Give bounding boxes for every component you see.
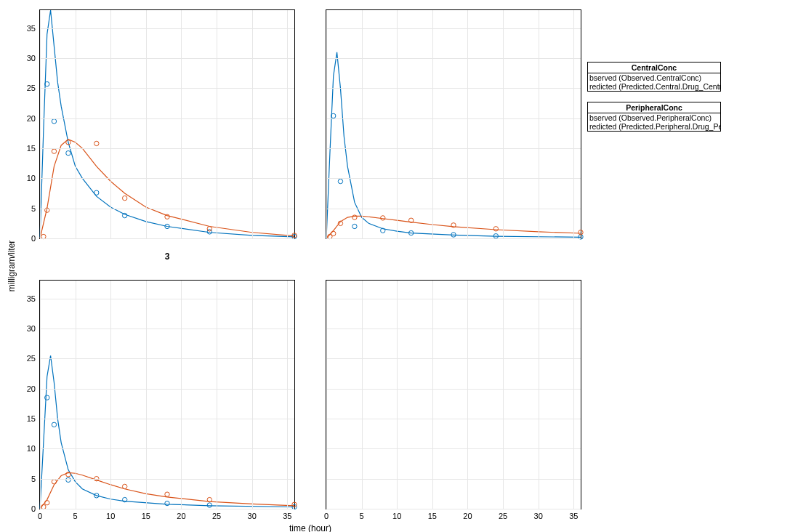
ytick-label: 20 — [27, 114, 36, 123]
gridline-h — [326, 419, 581, 419]
gridline-h — [40, 479, 294, 480]
gridline-h — [326, 118, 581, 119]
gridline-v — [146, 281, 147, 509]
gridline-v — [467, 281, 468, 509]
figure: 3 05101520253035 05101520253035051015202… — [0, 0, 798, 532]
ytick-label: 15 — [27, 144, 36, 153]
gridline-v — [217, 281, 217, 509]
ytick-label: 15 — [27, 414, 36, 423]
subplot-1: 3 05101520253035 — [39, 9, 295, 239]
xtick-label: 5 — [73, 512, 78, 520]
ytick-label: 0 — [31, 504, 36, 513]
xtick-label: 25 — [212, 512, 221, 520]
gridline-v — [503, 10, 504, 238]
gridline-h — [40, 209, 294, 209]
gridline-v — [397, 281, 398, 509]
gridline-h — [326, 58, 581, 59]
gridline-v — [110, 281, 111, 509]
ytick-label: 25 — [27, 354, 36, 363]
gridline-h — [40, 118, 294, 119]
observed-marker — [122, 196, 126, 200]
xtick-label: 10 — [106, 512, 115, 520]
gridline-v — [503, 281, 504, 509]
legend-peripheral: PeripheralConc bserved (Observed.Periphe… — [587, 102, 721, 132]
gridline-v — [539, 10, 539, 238]
predicted-line — [40, 140, 294, 238]
subplot-1-series — [40, 10, 294, 238]
xtick-label: 15 — [428, 512, 437, 520]
observed-marker — [579, 230, 583, 235]
gridline-v — [40, 10, 41, 238]
gridline-h — [326, 479, 581, 480]
xtick-label: 5 — [360, 512, 364, 520]
gridline-h — [326, 509, 581, 509]
xtick-label: 35 — [569, 512, 578, 520]
subplot-3-series — [40, 281, 294, 509]
xtick-label: 25 — [499, 512, 507, 520]
observed-marker — [165, 501, 169, 505]
gridline-h — [40, 58, 294, 59]
xtick-label: 35 — [283, 512, 291, 520]
observed-marker — [352, 224, 357, 228]
observed-marker — [207, 227, 211, 231]
gridline-v — [287, 10, 288, 238]
ytick-label: 25 — [27, 84, 36, 92]
gridline-h — [326, 178, 581, 179]
gridline-h — [326, 358, 581, 359]
gridline-h — [326, 28, 581, 29]
xtick-label: 20 — [463, 512, 472, 520]
ytick-label: 10 — [27, 174, 36, 182]
observed-marker — [207, 503, 211, 507]
ytick-label: 30 — [27, 54, 36, 63]
gridline-h — [40, 178, 294, 179]
gridline-h — [40, 358, 294, 359]
observed-marker — [493, 227, 498, 231]
gridline-h — [40, 238, 294, 239]
predicted-line — [40, 10, 294, 238]
gridline-h — [40, 299, 294, 299]
gridline-h — [326, 209, 581, 209]
subplot-2-series — [326, 10, 581, 238]
gridline-h — [40, 448, 294, 449]
gridline-v — [252, 10, 253, 238]
gridline-v — [40, 281, 41, 509]
gridline-v — [573, 281, 574, 509]
gridline-h — [326, 389, 581, 390]
ytick-label: 0 — [31, 234, 36, 243]
predicted-line — [40, 355, 294, 509]
legend-peripheral-title: PeripheralConc — [588, 102, 720, 113]
xtick-label: 30 — [534, 512, 543, 520]
ylabel: milligram/liter — [7, 241, 17, 292]
subplot-4: 05101520253035 — [326, 280, 581, 509]
subplot-1-title: 3 — [165, 251, 170, 262]
gridline-v — [76, 10, 76, 238]
gridline-v — [432, 281, 433, 509]
gridline-v — [76, 281, 76, 509]
gridline-v — [181, 10, 182, 238]
xtick-label: 0 — [38, 512, 42, 520]
ytick-label: 5 — [31, 475, 36, 483]
predicted-line — [326, 52, 581, 238]
gridline-v — [181, 281, 182, 509]
ytick-label: 35 — [27, 24, 36, 33]
ytick-label: 35 — [27, 294, 36, 303]
gridline-h — [40, 389, 294, 390]
gridline-h — [326, 329, 581, 329]
gridline-v — [432, 10, 433, 238]
gridline-v — [573, 10, 574, 238]
gridline-h — [326, 148, 581, 149]
subplot-2 — [326, 9, 581, 239]
gridline-v — [362, 10, 363, 238]
gridline-v — [539, 281, 539, 509]
observed-marker — [66, 150, 70, 155]
gridline-v — [252, 281, 253, 509]
observed-marker — [52, 119, 56, 124]
gridline-v — [326, 281, 327, 509]
legend-central-title: CentralConc — [588, 63, 720, 73]
gridline-h — [40, 148, 294, 149]
ytick-label: 10 — [27, 444, 36, 453]
ytick-label: 5 — [31, 204, 36, 213]
xlabel: time (hour) — [289, 523, 331, 532]
xtick-label: 0 — [324, 512, 329, 520]
observed-marker — [94, 141, 99, 145]
